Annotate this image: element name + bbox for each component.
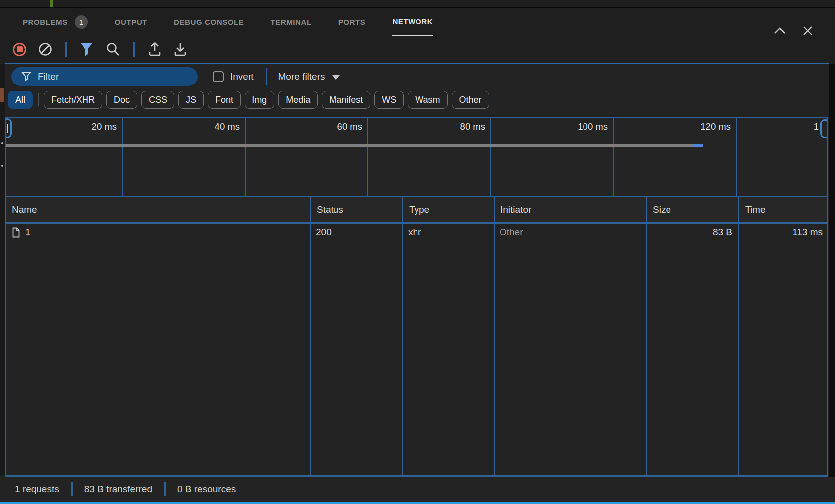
column-header-name[interactable]: Name bbox=[6, 197, 310, 222]
clear-icon[interactable] bbox=[38, 42, 52, 56]
timeline-gridline bbox=[245, 118, 246, 196]
chip-fetch-xhr[interactable]: Fetch/XHR bbox=[44, 91, 102, 109]
tick-label: 80 ms bbox=[430, 121, 485, 132]
tab-ports[interactable]: PORTS bbox=[338, 8, 366, 36]
funnel-icon bbox=[21, 71, 31, 82]
tab-terminal[interactable]: TERMINAL bbox=[270, 8, 311, 36]
search-icon[interactable] bbox=[105, 42, 120, 57]
toolbar-separator bbox=[133, 42, 135, 57]
timeline-gridline bbox=[613, 118, 614, 196]
chip-js[interactable]: JS bbox=[178, 91, 204, 109]
right-edge-strip bbox=[829, 64, 835, 501]
chip-other[interactable]: Other bbox=[452, 91, 489, 109]
filter-input[interactable] bbox=[38, 71, 177, 82]
column-divider[interactable] bbox=[738, 224, 739, 475]
request-status-cell: 200 bbox=[310, 224, 402, 241]
tab-output[interactable]: OUTPUT bbox=[115, 8, 147, 36]
gutter-modified-indicator bbox=[50, 0, 53, 7]
scrollbar-dot bbox=[1, 142, 3, 144]
more-filters-button[interactable]: More filters bbox=[278, 71, 340, 82]
document-icon bbox=[12, 227, 20, 238]
filter-separator bbox=[266, 68, 267, 85]
panel-focus-border bbox=[0, 502, 835, 504]
request-time-cell: 113 ms bbox=[738, 224, 827, 241]
timeline-right-handle[interactable] bbox=[820, 119, 828, 138]
chip-manifest[interactable]: Manifest bbox=[322, 91, 370, 109]
requests-count: 1 requests bbox=[15, 484, 59, 495]
filter-row: Invert More filters bbox=[5, 64, 829, 88]
chip-separator bbox=[38, 93, 39, 106]
column-header-size[interactable]: Size bbox=[646, 197, 738, 222]
chip-font[interactable]: Font bbox=[208, 91, 241, 109]
summary-bar: 1 requests 83 B transferred 0 B resource… bbox=[0, 477, 835, 501]
chip-wasm[interactable]: Wasm bbox=[408, 91, 447, 109]
requests-table-header: Name Status Type Initiator Size Time bbox=[5, 197, 828, 224]
editor-edge-strip bbox=[0, 64, 5, 475]
tick-label-clipped: 1 bbox=[814, 121, 819, 132]
request-initiator-cell: Other bbox=[494, 224, 646, 241]
invert-label: Invert bbox=[230, 71, 254, 82]
tick-label: 40 ms bbox=[185, 121, 240, 132]
chevron-down-icon bbox=[332, 75, 340, 80]
column-divider[interactable] bbox=[494, 224, 495, 475]
column-header-status[interactable]: Status bbox=[310, 197, 402, 222]
summary-separator bbox=[164, 482, 166, 496]
editor-code-sliver: 20 // const yourMMKVStorage = new MMKV()… bbox=[0, 0, 835, 7]
column-header-time[interactable]: Time bbox=[738, 197, 827, 222]
scrollbar-dot bbox=[1, 165, 3, 167]
vscode-panel: 20 // const yourMMKVStorage = new MMKV()… bbox=[0, 0, 835, 504]
problems-count-badge: 1 bbox=[75, 15, 88, 29]
column-divider[interactable] bbox=[310, 224, 311, 475]
chip-css[interactable]: CSS bbox=[141, 91, 174, 109]
filter-funnel-icon[interactable] bbox=[80, 42, 93, 57]
chevron-up-icon[interactable] bbox=[773, 27, 786, 35]
tab-debug-console[interactable]: DEBUG CONSOLE bbox=[174, 8, 244, 36]
timeline-left-handle[interactable] bbox=[5, 118, 12, 138]
chip-doc[interactable]: Doc bbox=[106, 91, 137, 109]
timeline-gridline bbox=[736, 118, 737, 196]
tab-network[interactable]: NETWORK bbox=[392, 8, 433, 36]
record-stop-icon[interactable] bbox=[13, 43, 26, 56]
timeline-gridline bbox=[122, 118, 123, 196]
filter-pill[interactable] bbox=[11, 67, 198, 86]
tab-problems[interactable]: PROBLEMS 1 bbox=[23, 8, 88, 36]
tick-label: 60 ms bbox=[308, 121, 362, 132]
column-divider[interactable] bbox=[646, 224, 647, 475]
tick-label: 120 ms bbox=[676, 121, 731, 132]
timeline-progress-segment bbox=[693, 144, 703, 147]
chip-img[interactable]: Img bbox=[245, 91, 274, 109]
export-har-icon[interactable] bbox=[148, 42, 162, 57]
column-divider[interactable] bbox=[402, 224, 403, 475]
panel-tabbar: PROBLEMS 1 OUTPUT DEBUG CONSOLE TERMINAL… bbox=[0, 8, 835, 36]
request-size-cell: 83 B bbox=[646, 224, 738, 241]
chip-ws[interactable]: WS bbox=[374, 91, 404, 109]
transferred-size: 83 B transferred bbox=[84, 484, 152, 495]
summary-separator bbox=[71, 482, 73, 496]
column-header-type[interactable]: Type bbox=[402, 197, 494, 222]
request-type-cell: xhr bbox=[402, 224, 494, 241]
network-overview-timeline[interactable]: 20 ms 40 ms 60 ms 80 ms 100 ms 120 ms 1 bbox=[5, 117, 828, 197]
chip-all[interactable]: All bbox=[8, 91, 33, 109]
resources-size: 0 B resources bbox=[177, 484, 236, 495]
close-icon[interactable] bbox=[802, 25, 813, 36]
requests-table-body: 1 200 xhr Other 83 B 113 ms bbox=[5, 224, 828, 475]
chip-media[interactable]: Media bbox=[278, 91, 318, 109]
import-har-icon[interactable] bbox=[173, 42, 187, 57]
invert-checkbox[interactable] bbox=[213, 71, 224, 82]
timeline-gridline bbox=[490, 118, 491, 196]
tick-label: 20 ms bbox=[62, 121, 117, 132]
resource-type-filters: All Fetch/XHR Doc CSS JS Font Img Media … bbox=[5, 88, 829, 111]
column-header-initiator[interactable]: Initiator bbox=[494, 197, 646, 222]
request-name-cell: 1 bbox=[6, 224, 310, 241]
tick-label: 100 ms bbox=[553, 121, 608, 132]
toolbar-separator bbox=[65, 42, 67, 57]
scrollbar-marker bbox=[0, 88, 4, 102]
table-row[interactable]: 1 200 xhr Other 83 B 113 ms bbox=[6, 224, 827, 241]
network-toolbar bbox=[0, 36, 835, 63]
timeline-gridline bbox=[367, 118, 368, 196]
timeline-progress-bar bbox=[6, 144, 693, 147]
